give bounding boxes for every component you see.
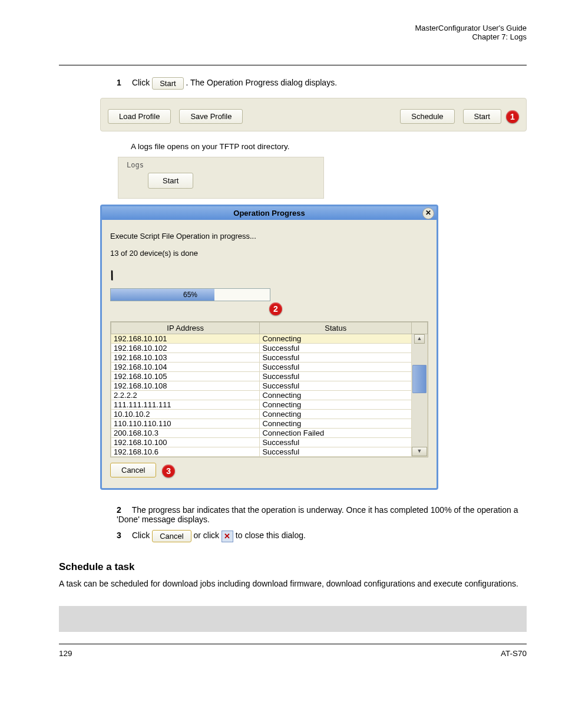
dialog-titlebar: Operation Progress ✕: [102, 206, 437, 220]
scrollbar[interactable]: ▲▼: [412, 334, 428, 457]
ip-cell: 192.168.10.104: [111, 363, 260, 372]
chapter-label: Chapter 7: Logs: [472, 32, 527, 41]
footer-block: [59, 606, 527, 632]
table-row: 10.10.10.2Connecting: [111, 410, 428, 419]
status-cell: Successful: [260, 372, 412, 381]
col-status-header: Status: [260, 322, 412, 334]
table-row: 192.168.10.104Successful: [111, 363, 428, 372]
ip-cell: 192.168.10.102: [111, 344, 260, 353]
start-button[interactable]: Start: [463, 109, 501, 124]
table-row: 192.168.10.101Connecting▲▼: [111, 334, 428, 344]
status-cell: Connecting: [260, 391, 412, 400]
schedule-task-para: A task can be scheduled for download job…: [59, 578, 527, 589]
ip-cell: 200.168.10.3: [111, 429, 260, 438]
status-cell: Successful: [260, 438, 412, 447]
ip-cell: 110.110.110.110: [111, 419, 260, 429]
scroll-down-icon[interactable]: ▼: [412, 447, 427, 456]
logs-label: Logs: [127, 161, 144, 169]
status-table: IP Address Status 192.168.10.101Connecti…: [110, 321, 428, 457]
status-cell: Successful: [260, 363, 412, 372]
step-3-text-a: Click: [132, 531, 152, 540]
close-icon[interactable]: ✕: [422, 207, 434, 219]
progress-bar: 65%: [110, 288, 270, 301]
step-3-text-c: to close this dialog.: [236, 531, 306, 540]
status-cell: Connection Failed: [260, 429, 412, 438]
footer-rule: [59, 644, 527, 644]
dialog-message: Execute Script File Operation in progres…: [110, 232, 428, 241]
table-row: 192.168.10.100Successful: [111, 438, 428, 447]
step-3-text-b: or click: [193, 531, 221, 540]
scroll-thumb[interactable]: [412, 365, 427, 393]
header-rule: [59, 65, 527, 65]
status-cell: Connecting: [260, 410, 412, 419]
schedule-button[interactable]: Schedule: [400, 109, 454, 124]
step-1: 1 Click Start . The Operation Progress d…: [117, 77, 527, 90]
table-row: 192.168.10.6Successful: [111, 447, 428, 457]
doc-title: MasterConfigurator User's Guide: [415, 24, 527, 32]
operation-progress-dialog: Operation Progress ✕ Execute Script File…: [100, 205, 438, 490]
ip-cell: 192.168.10.105: [111, 372, 260, 381]
step-3-num: 3: [117, 531, 130, 540]
start-button-logs[interactable]: Start: [148, 173, 193, 189]
cancel-button-inline: Cancel: [152, 530, 191, 542]
table-row: 192.168.10.105Successful: [111, 372, 428, 381]
step-1-tail: . The Operation Progress dialog displays…: [186, 78, 337, 87]
col-ip-header: IP Address: [111, 322, 260, 334]
status-cell: Connecting: [260, 400, 412, 410]
status-cell: Successful: [260, 447, 412, 457]
callout-2: 2: [269, 302, 282, 315]
start-button-inline: Start: [152, 77, 183, 90]
ip-cell: 192.168.10.6: [111, 447, 260, 457]
ip-cell: 192.168.10.108: [111, 381, 260, 391]
ip-cell: 111.111.111.111: [111, 400, 260, 410]
table-row: 111.111.111.111Connecting: [111, 400, 428, 410]
step-2-num: 2: [117, 505, 130, 515]
step-2: 2 The progress bar indicates that the op…: [117, 505, 527, 524]
step-3: 3 Click Cancel or click ✕ to close this …: [117, 530, 527, 542]
step-1-num: 1: [117, 78, 130, 87]
save-profile-button[interactable]: Save Profile: [179, 109, 243, 124]
ip-cell: 192.168.10.103: [111, 353, 260, 363]
spinner-icon: \: [109, 268, 115, 284]
ip-cell: 2.2.2.2: [111, 391, 260, 400]
close-icon-inline: ✕: [222, 531, 233, 542]
table-row: 192.168.10.108Successful: [111, 381, 428, 391]
ip-cell: 192.168.10.101: [111, 334, 260, 344]
cancel-button[interactable]: Cancel: [110, 463, 156, 477]
status-cell: Connecting: [260, 419, 412, 429]
table-row: 200.168.10.3Connection Failed: [111, 429, 428, 438]
ip-cell: 192.168.10.100: [111, 438, 260, 447]
table-row: 2.2.2.2Connecting: [111, 391, 428, 400]
page-number: 129: [59, 649, 72, 658]
table-row: 110.110.110.110Connecting: [111, 419, 428, 429]
scroll-up-icon[interactable]: ▲: [414, 334, 425, 344]
status-cell: Successful: [260, 353, 412, 363]
load-profile-button[interactable]: Load Profile: [108, 109, 171, 124]
table-row: 192.168.10.103Successful: [111, 353, 428, 363]
callout-1: 1: [506, 110, 519, 123]
callout-3: 3: [162, 465, 175, 477]
logs-panel: Logs Start: [118, 157, 324, 199]
step-1-text: Click: [132, 78, 152, 87]
status-cell: Successful: [260, 344, 412, 353]
status-cell: Successful: [260, 381, 412, 391]
ip-cell: 10.10.10.2: [111, 410, 260, 419]
dialog-progress-count: 13 of 20 device(s) is done: [110, 249, 428, 258]
progress-percent: 65%: [111, 291, 270, 299]
schedule-task-heading: Schedule a task: [59, 561, 527, 573]
step-2-text: The progress bar indicates that the oper…: [117, 505, 518, 524]
logs-hint: A logs file opens on your TFTP root dire…: [131, 142, 527, 151]
status-cell: Connecting: [260, 334, 412, 344]
footer-product: AT-S70: [501, 649, 527, 658]
table-row: 192.168.10.102Successful: [111, 344, 428, 353]
toolbar-screenshot: Load Profile Save Profile Schedule Start…: [100, 98, 527, 131]
dialog-title-text: Operation Progress: [233, 209, 305, 218]
